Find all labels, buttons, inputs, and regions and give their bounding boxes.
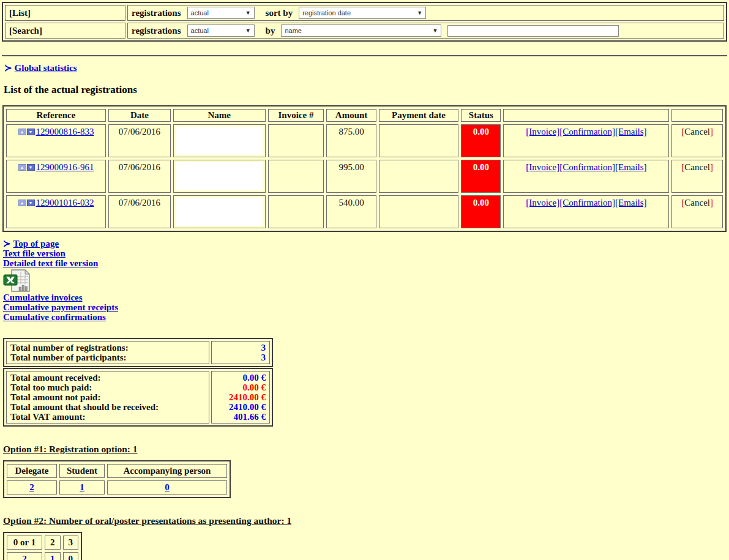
col-header-actions <box>503 109 669 122</box>
option1-header-delegate: Delegate <box>7 464 57 478</box>
emails-link[interactable]: [Emails] <box>615 127 647 136</box>
cumulative-confirmations-link[interactable]: Cumulative confirmations <box>3 312 106 322</box>
cancel-bracket: ] <box>710 127 713 136</box>
invoice-link[interactable]: [Invoice] <box>526 127 559 136</box>
total-participants-label: Total number of participants: <box>10 353 205 362</box>
emails-link[interactable]: [Emails] <box>615 162 647 172</box>
col-header-reference: Reference <box>6 109 106 122</box>
reference-link[interactable]: 129000816-833 <box>36 127 94 136</box>
total-vat-value: 401.66 € <box>215 412 266 422</box>
status-badge: 0.00 <box>461 160 501 193</box>
global-statistics-row: ≻Global statistics <box>4 62 727 73</box>
search-button[interactable]: [Search] <box>5 23 125 39</box>
cancel-cell: [Cancel] <box>671 124 723 157</box>
redacted-name <box>176 198 263 226</box>
arrow-prefix-icon: ≻ <box>4 63 12 73</box>
sort-down-icon[interactable]: ▼ <box>27 129 35 135</box>
chevron-down-icon: ▼ <box>432 28 438 34</box>
cancel-label: Cancel <box>684 127 710 136</box>
search-input[interactable] <box>447 25 619 37</box>
sort-down-icon[interactable]: ▼ <box>27 200 35 206</box>
option1-values-row: 2 1 0 <box>7 480 227 495</box>
table-row: ▲▼129001016-032 07/06/2016 540.00 0.00 [… <box>6 195 723 228</box>
col-header-amount: Amount <box>326 109 376 122</box>
payment-date-cell <box>379 195 458 228</box>
search-controls-cell: registrations actual ▼ by name ▼ <box>127 23 724 39</box>
totals-counts-values: 3 3 <box>211 341 270 364</box>
top-of-page-link[interactable]: Top of page <box>13 239 59 248</box>
option1-heading: Option #1: Registration option: 1 <box>3 444 727 455</box>
cancel-link[interactable]: [Cancel] <box>681 198 713 207</box>
cancel-cell: [Cancel] <box>671 160 723 193</box>
option2-3-count-link[interactable]: 0 <box>69 554 73 560</box>
registrations-label: registrations <box>132 8 181 18</box>
cancel-link[interactable]: [Cancel] <box>681 162 713 172</box>
option2-0or1-count-link[interactable]: 2 <box>22 554 27 560</box>
total-should-receive-value: 2410.00 € <box>215 402 266 412</box>
total-not-paid-label: Total amount not paid: <box>10 392 205 402</box>
option1-accompanying-cell: 0 <box>107 480 227 495</box>
toolbar-list-row: [List] registrations actual ▼ sort by re… <box>5 5 724 21</box>
status-badge: 0.00 <box>461 195 501 228</box>
excel-export-button[interactable] <box>3 268 727 293</box>
chevron-down-icon: ▼ <box>417 10 422 16</box>
actions-cell: [Invoice][Confirmation][Emails] <box>503 160 669 193</box>
totals-counts-table: Total number of registrations: Total num… <box>3 338 273 367</box>
reference-link[interactable]: 129001016-032 <box>36 198 94 207</box>
option2-values-row: 2 1 0 <box>7 552 78 560</box>
col-header-status: Status <box>461 109 501 122</box>
text-file-version-link[interactable]: Text file version <box>3 248 65 258</box>
cumulative-payment-receipts-link[interactable]: Cumulative payment receipts <box>3 302 118 312</box>
sort-up-icon[interactable]: ▲ <box>18 200 26 206</box>
reference-cell: ▲▼129000816-833 <box>6 124 106 157</box>
total-not-paid-value: 2410.00 € <box>215 392 266 402</box>
invoice-link[interactable]: [Invoice] <box>526 198 559 207</box>
search-type-select[interactable]: actual ▼ <box>187 24 255 37</box>
option2-header-0or1: 0 or 1 <box>7 536 42 550</box>
cancel-link[interactable]: [Cancel] <box>681 127 713 136</box>
option1-student-count-link[interactable]: 1 <box>80 482 84 492</box>
invoice-link[interactable]: [Invoice] <box>526 162 559 172</box>
option2-header-2: 2 <box>45 536 61 550</box>
confirmation-link[interactable]: [Confirmation] <box>559 198 615 207</box>
total-should-receive-label: Total amount that should be received: <box>10 402 205 412</box>
sort-down-icon[interactable]: ▼ <box>27 164 35 171</box>
sort-by-label: sort by <box>266 8 293 18</box>
name-cell <box>173 160 266 193</box>
total-vat-label: Total VAT amount: <box>10 412 205 422</box>
name-cell <box>173 124 266 157</box>
total-received-value: 0.00 € <box>215 373 266 383</box>
search-field-select[interactable]: name ▼ <box>281 24 441 37</box>
emails-link[interactable]: [Emails] <box>615 198 647 207</box>
detailed-text-file-version-link[interactable]: Detailed text file version <box>3 258 98 268</box>
confirmation-link[interactable]: [Confirmation] <box>559 127 615 136</box>
option1-accompanying-count-link[interactable]: 0 <box>165 482 170 492</box>
option2-header-3: 3 <box>63 536 79 550</box>
cancel-label: Cancel <box>684 198 710 207</box>
col-header-date: Date <box>108 109 171 122</box>
sort-up-icon[interactable]: ▲ <box>18 164 26 171</box>
table-header-row: Reference Date Name Invoice # Amount Pay… <box>6 109 723 122</box>
option1-delegate-count-link[interactable]: 2 <box>29 482 34 492</box>
sort-up-icon[interactable]: ▲ <box>18 129 26 135</box>
cumulative-invoices-link[interactable]: Cumulative invoices <box>3 293 83 302</box>
reference-link[interactable]: 129000916-961 <box>36 162 94 172</box>
amount-cell: 540.00 <box>326 195 376 228</box>
list-type-select[interactable]: actual ▼ <box>187 7 255 19</box>
option2-2-count-link[interactable]: 1 <box>50 554 55 560</box>
arrow-prefix-icon: ≻ <box>3 239 11 248</box>
col-header-invoice: Invoice # <box>268 109 324 122</box>
total-received-label: Total amount received: <box>10 373 205 383</box>
toolbar-search-row: [Search] registrations actual ▼ by name … <box>5 23 724 39</box>
confirmation-link[interactable]: [Confirmation] <box>559 162 615 172</box>
option2-3-cell: 0 <box>63 552 79 560</box>
global-statistics-link[interactable]: Global statistics <box>15 63 77 73</box>
totals-section: Total number of registrations: Total num… <box>3 338 727 427</box>
list-button[interactable]: [List] <box>5 5 125 21</box>
option1-header-student: Student <box>59 464 105 478</box>
option1-table: Delegate Student Accompanying person 2 1… <box>3 460 231 498</box>
toolbar: [List] registrations actual ▼ sort by re… <box>2 2 727 42</box>
option2-2-cell: 1 <box>45 552 61 560</box>
reference-cell: ▲▼129001016-032 <box>6 195 106 228</box>
sort-by-select[interactable]: registration date ▼ <box>299 7 426 19</box>
